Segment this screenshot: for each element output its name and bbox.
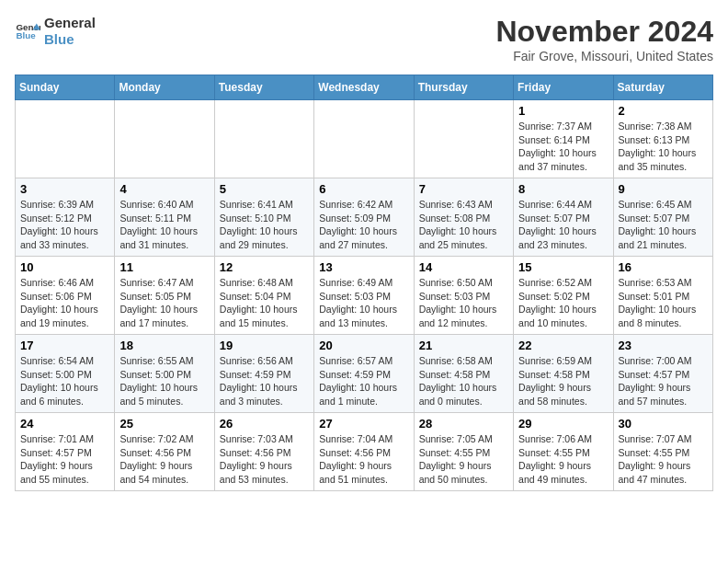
day-info: Sunrise: 7:01 AM Sunset: 4:57 PM Dayligh… — [20, 432, 109, 487]
day-info: Sunrise: 7:04 AM Sunset: 4:56 PM Dayligh… — [319, 432, 408, 487]
day-info: Sunrise: 7:06 AM Sunset: 4:55 PM Dayligh… — [518, 432, 608, 487]
calendar-cell: 17Sunrise: 6:54 AM Sunset: 5:00 PM Dayli… — [16, 335, 115, 413]
day-number: 17 — [20, 339, 109, 352]
day-number: 7 — [419, 182, 508, 196]
day-number: 8 — [518, 182, 608, 196]
day-info: Sunrise: 6:43 AM Sunset: 5:08 PM Dayligh… — [419, 198, 508, 252]
calendar-cell: 21Sunrise: 6:58 AM Sunset: 4:58 PM Dayli… — [414, 335, 513, 413]
logo: General Blue General Blue — [15, 15, 96, 48]
calendar-cell — [314, 100, 414, 178]
calendar-cell: 18Sunrise: 6:55 AM Sunset: 5:00 PM Dayli… — [115, 335, 214, 413]
day-info: Sunrise: 6:49 AM Sunset: 5:03 PM Dayligh… — [319, 276, 408, 330]
day-number: 10 — [20, 260, 109, 274]
calendar-cell: 11Sunrise: 6:47 AM Sunset: 5:05 PM Dayli… — [115, 257, 214, 335]
calendar-cell: 25Sunrise: 7:02 AM Sunset: 4:56 PM Dayli… — [115, 413, 214, 491]
calendar-cell — [214, 100, 313, 178]
calendar-cell: 22Sunrise: 6:59 AM Sunset: 4:58 PM Dayli… — [514, 335, 613, 413]
day-number: 29 — [518, 417, 608, 431]
logo-line2: Blue — [44, 31, 74, 47]
day-number: 5 — [220, 182, 309, 196]
calendar-cell: 28Sunrise: 7:05 AM Sunset: 4:55 PM Dayli… — [414, 413, 513, 491]
day-number: 3 — [20, 182, 109, 196]
calendar-cell — [16, 100, 115, 178]
day-number: 26 — [220, 417, 309, 431]
weekday-header-friday: Friday — [514, 75, 613, 100]
calendar-cell: 5Sunrise: 6:41 AM Sunset: 5:10 PM Daylig… — [214, 178, 313, 257]
day-info: Sunrise: 6:58 AM Sunset: 4:58 PM Dayligh… — [419, 354, 508, 408]
day-number: 15 — [518, 260, 608, 274]
day-info: Sunrise: 7:05 AM Sunset: 4:55 PM Dayligh… — [419, 432, 508, 487]
logo-icon: General Blue — [15, 18, 40, 44]
weekday-header-sunday: Sunday — [16, 75, 115, 100]
day-number: 23 — [619, 339, 708, 352]
calendar-cell — [115, 100, 214, 178]
day-info: Sunrise: 7:38 AM Sunset: 6:13 PM Dayligh… — [619, 120, 708, 174]
day-number: 24 — [20, 417, 109, 431]
day-number: 13 — [319, 260, 408, 274]
calendar-cell — [414, 100, 513, 178]
calendar-cell: 16Sunrise: 6:53 AM Sunset: 5:01 PM Dayli… — [613, 257, 712, 335]
calendar-header: SundayMondayTuesdayWednesdayThursdayFrid… — [16, 75, 713, 100]
day-info: Sunrise: 7:03 AM Sunset: 4:56 PM Dayligh… — [220, 432, 309, 487]
day-info: Sunrise: 6:41 AM Sunset: 5:10 PM Dayligh… — [220, 198, 309, 252]
day-info: Sunrise: 7:02 AM Sunset: 4:56 PM Dayligh… — [119, 432, 209, 487]
day-number: 12 — [220, 260, 309, 274]
day-number: 11 — [119, 260, 209, 274]
day-info: Sunrise: 6:40 AM Sunset: 5:11 PM Dayligh… — [119, 198, 209, 252]
day-info: Sunrise: 7:37 AM Sunset: 6:14 PM Dayligh… — [518, 120, 608, 174]
day-info: Sunrise: 6:50 AM Sunset: 5:03 PM Dayligh… — [419, 276, 508, 330]
calendar-cell: 13Sunrise: 6:49 AM Sunset: 5:03 PM Dayli… — [314, 257, 414, 335]
month-title: November 2024 — [495, 15, 713, 49]
day-info: Sunrise: 6:48 AM Sunset: 5:04 PM Dayligh… — [220, 276, 309, 330]
calendar-week-1: 1Sunrise: 7:37 AM Sunset: 6:14 PM Daylig… — [16, 100, 713, 178]
calendar-week-4: 17Sunrise: 6:54 AM Sunset: 5:00 PM Dayli… — [16, 335, 713, 413]
day-number: 9 — [619, 182, 708, 196]
calendar-cell: 30Sunrise: 7:07 AM Sunset: 4:55 PM Dayli… — [613, 413, 712, 491]
day-number: 16 — [619, 260, 708, 274]
day-info: Sunrise: 6:46 AM Sunset: 5:06 PM Dayligh… — [20, 276, 109, 330]
calendar-cell: 1Sunrise: 7:37 AM Sunset: 6:14 PM Daylig… — [514, 100, 613, 178]
weekday-header-monday: Monday — [115, 75, 214, 100]
calendar-cell: 9Sunrise: 6:45 AM Sunset: 5:07 PM Daylig… — [613, 178, 712, 257]
weekday-header-saturday: Saturday — [613, 75, 712, 100]
calendar-cell: 24Sunrise: 7:01 AM Sunset: 4:57 PM Dayli… — [16, 413, 115, 491]
day-number: 14 — [419, 260, 508, 274]
calendar-body: 1Sunrise: 7:37 AM Sunset: 6:14 PM Daylig… — [16, 100, 713, 491]
calendar-cell: 19Sunrise: 6:56 AM Sunset: 4:59 PM Dayli… — [214, 335, 313, 413]
day-info: Sunrise: 6:53 AM Sunset: 5:01 PM Dayligh… — [619, 276, 708, 330]
day-number: 21 — [419, 339, 508, 352]
calendar-cell: 23Sunrise: 7:00 AM Sunset: 4:57 PM Dayli… — [613, 335, 712, 413]
title-block: November 2024 Fair Grove, Missouri, Unit… — [495, 15, 713, 63]
logo-line1: General — [44, 15, 96, 30]
calendar-cell: 7Sunrise: 6:43 AM Sunset: 5:08 PM Daylig… — [414, 178, 513, 257]
day-info: Sunrise: 6:44 AM Sunset: 5:07 PM Dayligh… — [518, 198, 608, 252]
day-number: 28 — [419, 417, 508, 431]
day-info: Sunrise: 6:47 AM Sunset: 5:05 PM Dayligh… — [119, 276, 209, 330]
weekday-header-wednesday: Wednesday — [314, 75, 414, 100]
calendar-cell: 12Sunrise: 6:48 AM Sunset: 5:04 PM Dayli… — [214, 257, 313, 335]
day-number: 2 — [619, 104, 708, 118]
day-number: 1 — [518, 104, 608, 118]
day-info: Sunrise: 6:42 AM Sunset: 5:09 PM Dayligh… — [319, 198, 408, 252]
day-number: 20 — [319, 339, 408, 352]
day-info: Sunrise: 6:39 AM Sunset: 5:12 PM Dayligh… — [20, 198, 109, 252]
day-info: Sunrise: 6:52 AM Sunset: 5:02 PM Dayligh… — [518, 276, 608, 330]
calendar-cell: 29Sunrise: 7:06 AM Sunset: 4:55 PM Dayli… — [514, 413, 613, 491]
weekday-header-row: SundayMondayTuesdayWednesdayThursdayFrid… — [16, 75, 713, 100]
calendar-table: SundayMondayTuesdayWednesdayThursdayFrid… — [15, 75, 713, 491]
calendar-cell: 8Sunrise: 6:44 AM Sunset: 5:07 PM Daylig… — [514, 178, 613, 257]
calendar-cell: 10Sunrise: 6:46 AM Sunset: 5:06 PM Dayli… — [16, 257, 115, 335]
page-header: General Blue General Blue November 2024 … — [15, 15, 713, 63]
day-info: Sunrise: 6:54 AM Sunset: 5:00 PM Dayligh… — [20, 354, 109, 408]
day-info: Sunrise: 6:56 AM Sunset: 4:59 PM Dayligh… — [220, 354, 309, 408]
day-info: Sunrise: 7:00 AM Sunset: 4:57 PM Dayligh… — [619, 354, 708, 408]
calendar-cell: 27Sunrise: 7:04 AM Sunset: 4:56 PM Dayli… — [314, 413, 414, 491]
calendar-week-3: 10Sunrise: 6:46 AM Sunset: 5:06 PM Dayli… — [16, 257, 713, 335]
calendar-cell: 26Sunrise: 7:03 AM Sunset: 4:56 PM Dayli… — [214, 413, 313, 491]
calendar-cell: 2Sunrise: 7:38 AM Sunset: 6:13 PM Daylig… — [613, 100, 712, 178]
day-number: 4 — [119, 182, 209, 196]
day-number: 19 — [220, 339, 309, 352]
calendar-cell: 20Sunrise: 6:57 AM Sunset: 4:59 PM Dayli… — [314, 335, 414, 413]
day-info: Sunrise: 6:45 AM Sunset: 5:07 PM Dayligh… — [619, 198, 708, 252]
weekday-header-tuesday: Tuesday — [214, 75, 313, 100]
